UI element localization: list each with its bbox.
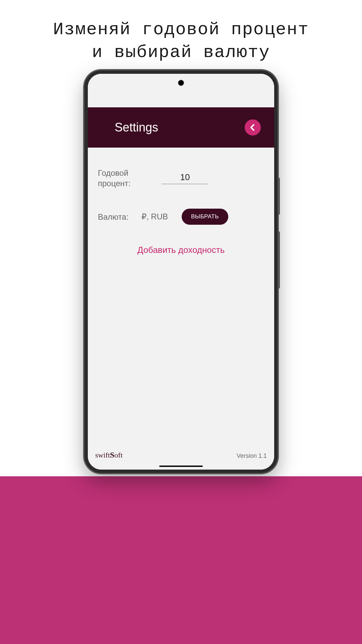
currency-value: ₽, RUB [141, 212, 178, 221]
camera-notch [178, 80, 184, 86]
currency-label: Валюта: [98, 212, 138, 222]
annual-percent-row: Годовой процент: [98, 168, 264, 189]
promo-background-band [0, 476, 362, 644]
settings-content: Годовой процент: Валюта: ₽, RUB ВЫБРАТЬ … [88, 148, 274, 470]
chevron-left-icon [249, 123, 257, 131]
brand-logo: swiftSoft [95, 450, 123, 460]
version-label: Version 1.1 [237, 452, 267, 460]
back-button[interactable] [245, 119, 261, 136]
brand-accent: S [110, 450, 114, 459]
choose-currency-button[interactable]: ВЫБРАТЬ [182, 209, 228, 225]
app-footer: swiftSoft Version 1.1 [88, 450, 274, 460]
brand-suffix: oft [114, 451, 122, 459]
annual-percent-label: Годовой процент: [98, 168, 155, 189]
phone-mockup: Settings Годовой процент: [84, 70, 278, 473]
phone-side-button [278, 178, 280, 215]
promo-headline: Изменяй годовой процент и выбирай валюту [0, 18, 362, 64]
app-header: Settings [88, 107, 274, 148]
phone-side-button [278, 231, 280, 288]
percent-input-wrapper [162, 172, 208, 184]
annual-percent-input[interactable] [162, 172, 208, 182]
page-title: Settings [115, 120, 158, 135]
brand-prefix: swift [95, 451, 110, 459]
home-indicator[interactable] [159, 466, 203, 467]
phone-screen: Settings Годовой процент: [88, 74, 274, 470]
currency-row: Валюта: ₽, RUB ВЫБРАТЬ [98, 209, 264, 225]
status-bar-space [88, 74, 274, 107]
add-yield-link[interactable]: Добавить доходность [98, 245, 264, 255]
